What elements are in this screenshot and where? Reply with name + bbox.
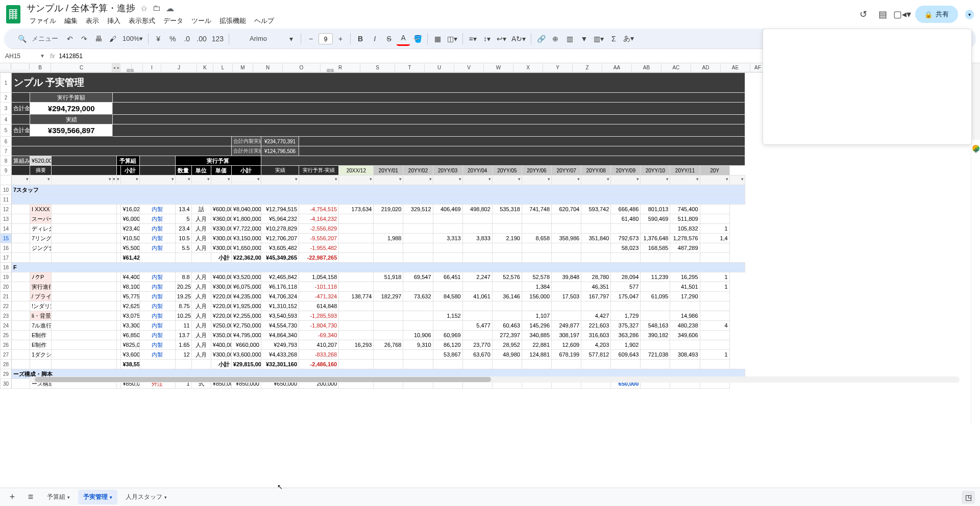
col-header-Y[interactable]: Y: [543, 63, 573, 72]
fill-color-button[interactable]: 🪣: [411, 32, 424, 46]
row-header-1[interactable]: 1: [1, 73, 12, 93]
popup-panel[interactable]: [763, 29, 972, 145]
row-header-21[interactable]: 21: [1, 292, 12, 301]
row-header-26[interactable]: 26: [1, 340, 12, 350]
font-size-input[interactable]: 9: [318, 33, 333, 44]
input-tools-button[interactable]: あ▾: [621, 32, 636, 46]
sheets-logo[interactable]: [6, 5, 20, 23]
filter-cell[interactable]: ▾: [191, 175, 211, 185]
col-header-S[interactable]: S: [360, 63, 395, 72]
sheet-tab-予実管理[interactable]: 予実管理▾: [78, 490, 117, 504]
sheet-tab-人月スタッフ[interactable]: 人月スタッフ▾: [120, 490, 172, 504]
col-header-K[interactable]: K: [197, 63, 213, 72]
menu-編集[interactable]: 編集: [61, 15, 81, 27]
comment-button[interactable]: ⊕: [549, 32, 562, 46]
explore-button[interactable]: ◳: [962, 491, 975, 504]
row-header-22[interactable]: 22: [1, 301, 12, 311]
row-header-6[interactable]: 6: [1, 137, 12, 146]
filter-cell[interactable]: ▾: [30, 175, 52, 185]
filter-cell[interactable]: ▾: [522, 175, 551, 185]
col-header-W[interactable]: W: [484, 63, 513, 72]
row-header-15[interactable]: 15: [1, 234, 12, 243]
name-box-dropdown[interactable]: ▼: [40, 53, 45, 59]
row-header-13[interactable]: 13: [1, 214, 12, 224]
row-header-29[interactable]: 29: [1, 369, 12, 379]
row-header-24[interactable]: 24: [1, 321, 12, 331]
filter-cell[interactable]: ▾: [52, 175, 113, 185]
filter-cell[interactable]: ▾: [670, 175, 700, 185]
borders-button[interactable]: ▦: [431, 32, 444, 46]
col-header-C[interactable]: C: [51, 63, 112, 72]
row-header-19[interactable]: 19: [1, 272, 12, 282]
filter-cell[interactable]: ▾: [113, 175, 117, 185]
currency-button[interactable]: ¥: [152, 32, 165, 46]
col-header-AA[interactable]: AA: [602, 63, 632, 72]
menu-表示形式[interactable]: 表示形式: [126, 15, 158, 27]
menu-ヘルプ[interactable]: ヘルプ: [251, 15, 277, 27]
filter-cell[interactable]: ▾: [12, 175, 30, 185]
col-header-N[interactable]: N: [253, 63, 283, 72]
all-sheets-button[interactable]: ≡: [23, 490, 38, 504]
filter-cell[interactable]: ▾: [729, 175, 745, 185]
filter-cell[interactable]: ▾: [462, 175, 492, 185]
row-header-3[interactable]: 3: [1, 103, 12, 115]
move-icon[interactable]: 🗀: [153, 4, 161, 13]
functions-button[interactable]: Σ: [607, 32, 620, 46]
menu-ファイル[interactable]: ファイル: [27, 15, 59, 27]
row-header-17[interactable]: 17: [1, 253, 12, 263]
filter-cell[interactable]: ▾: [211, 175, 231, 185]
menu-データ[interactable]: データ: [160, 15, 186, 27]
link-button[interactable]: 🔗: [534, 32, 548, 46]
decrease-font-button[interactable]: −: [304, 32, 317, 46]
zoom-select[interactable]: 100% ▾: [120, 32, 145, 46]
increase-font-button[interactable]: +: [334, 32, 347, 46]
meet-icon[interactable]: ▢◂▾: [896, 8, 908, 20]
filter-cell[interactable]: ▾: [641, 175, 670, 185]
row-header-27[interactable]: 27: [1, 350, 12, 360]
col-header-Z[interactable]: Z: [573, 63, 602, 72]
halign-button[interactable]: ≡▾: [466, 32, 479, 46]
filter-cell[interactable]: ▾: [433, 175, 462, 185]
bold-button[interactable]: B: [354, 32, 367, 46]
comments-icon[interactable]: ▤: [876, 8, 889, 20]
menu-表示[interactable]: 表示: [83, 15, 102, 27]
col-header-V[interactable]: V: [454, 63, 484, 72]
horizontal-scrollbar[interactable]: [30, 376, 960, 383]
valign-button[interactable]: ↕▾: [480, 32, 494, 46]
paint-format-button[interactable]: 🖌: [106, 32, 119, 46]
wrap-button[interactable]: ↩▾: [495, 32, 508, 46]
filter-button[interactable]: ▼: [577, 32, 591, 46]
cloud-icon[interactable]: ☁: [166, 4, 174, 13]
filter-cell[interactable]: ▾: [374, 175, 403, 185]
percent-button[interactable]: %: [166, 32, 179, 46]
increase-decimal-button[interactable]: .00: [194, 32, 208, 46]
filter-cell[interactable]: ▾: [121, 175, 139, 185]
filter-cell[interactable]: ▾: [117, 175, 121, 185]
print-button[interactable]: 🖶: [92, 32, 105, 46]
filter-cell[interactable]: ▾: [700, 175, 729, 185]
font-select[interactable]: Arimo: [232, 32, 283, 46]
add-sheet-button[interactable]: +: [5, 490, 19, 504]
row-header-[interactable]: [1, 175, 12, 185]
col-header-AE[interactable]: AE: [721, 63, 750, 72]
history-icon[interactable]: ↺: [857, 8, 869, 20]
strike-button[interactable]: S: [382, 32, 396, 46]
row-header-10[interactable]: 10: [1, 185, 12, 195]
row-header-9[interactable]: 9: [1, 166, 12, 175]
row-header-30[interactable]: 30: [1, 379, 12, 389]
filter-cell[interactable]: ▾: [492, 175, 522, 185]
row-header-4[interactable]: 4: [1, 115, 12, 124]
italic-button[interactable]: I: [368, 32, 381, 46]
row-header-20[interactable]: 20: [1, 282, 12, 292]
font-dd[interactable]: ▾: [284, 32, 298, 46]
filter-cell[interactable]: ▾: [403, 175, 433, 185]
sheet-tab-予算組[interactable]: 予算組▾: [42, 490, 75, 504]
filter-cell[interactable]: ▾: [339, 175, 374, 185]
filter-cell[interactable]: ▾: [175, 175, 191, 185]
col-header-J[interactable]: J: [161, 63, 197, 72]
row-header-23[interactable]: 23: [1, 311, 12, 321]
col-header-U[interactable]: U: [425, 63, 454, 72]
row-header-12[interactable]: 12: [1, 205, 12, 214]
row-header-8[interactable]: 8: [1, 156, 12, 166]
filter-cell[interactable]: ▾: [552, 175, 581, 185]
